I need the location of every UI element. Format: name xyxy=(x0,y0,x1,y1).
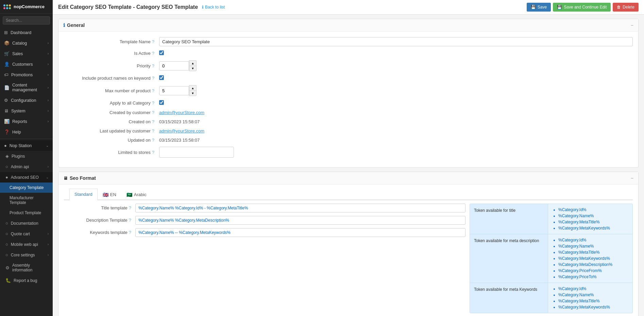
priority-down-button[interactable]: ▼ xyxy=(189,66,197,71)
chevron-right-icon: › xyxy=(48,109,49,113)
token-item: %Category.Id% xyxy=(558,207,628,213)
back-to-list-link[interactable]: ℹ Back to list xyxy=(202,5,225,10)
sidebar-item-content-management[interactable]: 📄 Content management › xyxy=(0,80,53,95)
limited-to-stores-select[interactable] xyxy=(159,147,234,158)
last-updated-by-customer-link[interactable]: admin@yourStore.com xyxy=(159,128,204,133)
page-content: ℹ General − Template Name ? xyxy=(53,15,644,316)
max-number-help-icon[interactable]: ? xyxy=(152,88,154,93)
is-active-checkbox[interactable] xyxy=(159,50,164,55)
sidebar-item-advanced-seo[interactable]: ● Advanced SEO ⌄ xyxy=(0,172,53,183)
chevron-right-icon: › xyxy=(48,86,49,90)
is-active-help-icon[interactable]: ? xyxy=(152,51,154,56)
circle-outline-icon: ○ xyxy=(5,231,8,236)
template-name-input[interactable] xyxy=(159,37,633,46)
app-logo: nopCommerce xyxy=(0,0,53,14)
template-name-label: Template Name xyxy=(120,39,151,44)
created-by-help-icon[interactable]: ? xyxy=(152,110,154,115)
tab-standard[interactable]: Standard xyxy=(69,189,98,200)
updated-on-row: Updated on ? 03/15/2023 15:58:07 xyxy=(64,138,633,143)
created-on-help-icon[interactable]: ? xyxy=(152,119,154,124)
sidebar-item-admin-api[interactable]: ○ Admin api › xyxy=(0,161,53,172)
description-template-help-icon[interactable]: ? xyxy=(129,218,131,223)
sidebar-item-nop-station[interactable]: ● Nop Station ⌄ xyxy=(0,140,53,151)
priority-input[interactable] xyxy=(159,61,189,70)
sidebar-item-sales[interactable]: 🛒 Sales › xyxy=(0,48,53,59)
include-product-names-checkbox[interactable] xyxy=(159,75,164,80)
last-updated-by-help-icon[interactable]: ? xyxy=(152,128,154,133)
sidebar-item-core-settings[interactable]: ○ Core settings › xyxy=(0,250,53,260)
sidebar-item-quote-cart[interactable]: ○ Quote cart › xyxy=(0,228,53,239)
panel-collapse-icon[interactable]: − xyxy=(631,22,633,28)
circle-outline-icon: ○ xyxy=(5,164,8,169)
arabic-flag-icon: 🇸🇦 xyxy=(126,192,132,198)
sidebar-item-manufacturer-template[interactable]: Manufacturer Template xyxy=(0,193,53,208)
tab-en[interactable]: 🇬🇧 EN xyxy=(98,189,121,200)
is-active-label: Is Active xyxy=(134,51,150,56)
priority-up-button[interactable]: ▲ xyxy=(189,60,197,66)
save-continue-button[interactable]: 💾 Save and Continue Edit xyxy=(553,3,611,12)
sidebar-item-promotions[interactable]: 🏷 Promotions › xyxy=(0,69,53,80)
sidebar-item-mobile-web-api[interactable]: ○ Mobile web api › xyxy=(0,239,53,250)
priority-help-icon[interactable]: ? xyxy=(152,63,154,68)
chevron-right-icon: › xyxy=(48,232,49,236)
token-item: %Category.MetaDescription% xyxy=(558,262,628,268)
created-on-label: Created on xyxy=(129,119,150,124)
seo-panel-collapse-icon[interactable]: − xyxy=(631,175,633,181)
customers-icon: 👤 xyxy=(4,62,10,67)
title-template-help-icon[interactable]: ? xyxy=(129,205,131,210)
circle-outline-icon: ○ xyxy=(5,242,8,247)
page-header: Edit Category SEO Template - Category SE… xyxy=(53,0,644,15)
sidebar-item-reports[interactable]: 📊 Reports › xyxy=(0,116,53,127)
sidebar-search-area[interactable] xyxy=(0,14,53,27)
title-template-input[interactable] xyxy=(135,204,465,212)
chevron-right-icon: › xyxy=(48,120,49,123)
search-input[interactable] xyxy=(3,16,50,25)
sidebar-item-report-a-bug[interactable]: 🐛 Report a bug xyxy=(0,275,53,286)
main-content: Edit Category SEO Template - Category SE… xyxy=(53,0,644,316)
sidebar-item-dashboard[interactable]: ⊞ Dashboard xyxy=(0,27,53,38)
created-by-customer-link[interactable]: admin@yourStore.com xyxy=(159,110,204,115)
sidebar-item-documentation[interactable]: ○ Documentation xyxy=(0,218,53,228)
token-meta-keywords-label: Token available for meta Keywords xyxy=(470,283,548,313)
apply-all-help-icon[interactable]: ? xyxy=(152,100,154,106)
save-button[interactable]: 💾 Save xyxy=(527,3,551,12)
max-product-down-button[interactable]: ▼ xyxy=(189,91,197,96)
limited-to-stores-help-icon[interactable]: ? xyxy=(152,150,154,155)
max-product-up-button[interactable]: ▲ xyxy=(189,85,197,91)
seo-fields: Title template ? Description Template ? xyxy=(64,204,465,313)
sidebar-item-assembly-information[interactable]: ⚙ Assembly information xyxy=(0,260,53,275)
limited-to-stores-row: Limited to stores ? xyxy=(64,147,633,158)
apply-all-category-checkbox[interactable] xyxy=(159,100,164,105)
sidebar-item-plugins[interactable]: ◈ Plugins xyxy=(0,151,53,161)
back-link-text: Back to list xyxy=(205,5,225,10)
sidebar-item-help[interactable]: ❓ Help xyxy=(0,127,53,137)
token-meta-description-values: %Category.Id% %Category.Name% %Category.… xyxy=(548,234,632,283)
updated-on-label: Updated on xyxy=(128,138,151,143)
delete-button[interactable]: 🗑 Delete xyxy=(613,3,639,12)
max-product-input[interactable] xyxy=(159,86,189,95)
sidebar-item-catalog[interactable]: 📦 Catalog › xyxy=(0,38,53,48)
keywords-template-help-icon[interactable]: ? xyxy=(129,230,131,235)
tab-arabic[interactable]: 🇸🇦 Arabic xyxy=(121,189,152,200)
sidebar-item-configuration[interactable]: ⚙ Configuration › xyxy=(0,95,53,106)
general-panel-title: General xyxy=(67,22,85,28)
sidebar-item-product-template[interactable]: Product Template xyxy=(0,208,53,218)
template-name-row: Template Name ? xyxy=(64,37,633,46)
token-section-meta-description: Token available for meta description %Ca… xyxy=(470,234,632,283)
sidebar-item-system[interactable]: 🖥 System › xyxy=(0,106,53,116)
chevron-right-icon: › xyxy=(48,253,49,257)
info-circle-icon: ℹ xyxy=(202,5,204,10)
sidebar-item-customers[interactable]: 👤 Customers › xyxy=(0,59,53,69)
include-product-names-help-icon[interactable]: ? xyxy=(152,76,154,81)
template-name-help-icon[interactable]: ? xyxy=(152,39,154,44)
sidebar-item-category-template[interactable]: Category Template xyxy=(0,183,53,193)
keywords-template-input[interactable] xyxy=(135,228,465,237)
description-template-input[interactable] xyxy=(135,216,465,225)
token-item: %Category.Name% xyxy=(558,292,628,298)
sidebar-item-label: Dashboard xyxy=(11,30,31,35)
updated-on-help-icon[interactable]: ? xyxy=(152,138,154,143)
assembly-icon: ⚙ xyxy=(5,265,10,270)
token-title-values: %Category.Id% %Category.Name% %Category.… xyxy=(548,204,632,234)
token-item: %Category.MetaKeywords% xyxy=(558,304,628,310)
token-item: %Category.Id% xyxy=(558,286,628,292)
